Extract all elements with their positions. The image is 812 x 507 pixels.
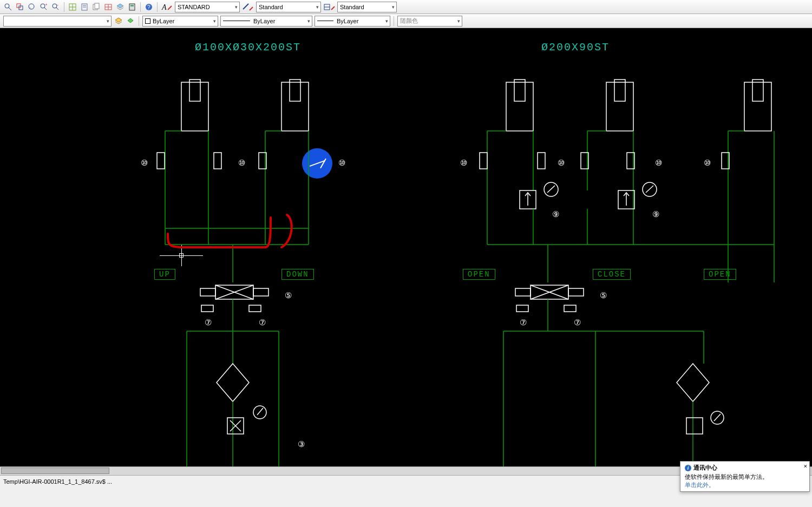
- separator: [64, 2, 64, 12]
- svg-rect-45: [744, 82, 771, 131]
- svg-rect-37: [201, 305, 213, 312]
- layer-combo-left[interactable]: [3, 16, 112, 27]
- pan-icon[interactable]: -: [50, 2, 61, 12]
- svg-rect-42: [514, 80, 525, 101]
- svg-rect-30: [189, 80, 200, 101]
- svg-rect-22: [129, 4, 135, 10]
- tool-sheet-icon[interactable]: [79, 2, 90, 12]
- svg-text:-: -: [57, 3, 58, 8]
- svg-rect-38: [249, 305, 261, 312]
- notification-popup: × i 通讯中心 使软件保持最新的最简单方法。 单击此外。: [680, 461, 810, 492]
- lineweight-combo[interactable]: ByLayer: [315, 16, 390, 27]
- dim-style-value: Standard: [259, 4, 283, 10]
- zoom-realtime-icon[interactable]: [3, 2, 14, 12]
- linetype-preview: [223, 21, 250, 21]
- svg-rect-29: [181, 82, 208, 131]
- tool-calc-icon[interactable]: [127, 2, 137, 12]
- svg-rect-57: [516, 305, 528, 312]
- svg-text:?: ?: [147, 4, 150, 10]
- close-icon[interactable]: ×: [803, 463, 807, 470]
- schematic-svg: [0, 28, 812, 466]
- notification-line-1: 使软件保持最新的最简单方法。: [685, 473, 805, 481]
- svg-line-6: [44, 8, 47, 10]
- separator: [139, 16, 139, 26]
- text-style-value: STANDARD: [178, 4, 210, 10]
- layer-value: ByLayer: [153, 18, 174, 24]
- svg-rect-18: [95, 3, 99, 9]
- plotcolor-combo[interactable]: 随颜色: [397, 16, 462, 27]
- zoom-window-icon[interactable]: [15, 2, 25, 12]
- svg-rect-33: [157, 153, 165, 169]
- plotcolor-value: 随颜色: [400, 17, 418, 25]
- help-icon[interactable]: ?: [143, 2, 154, 12]
- linetype-value: ByLayer: [253, 18, 275, 24]
- layer-state-icon[interactable]: [125, 16, 136, 27]
- table-style-value: Standard: [340, 4, 364, 10]
- lineweight-preview: [317, 21, 333, 21]
- toolbar-row-2: ByLayer ByLayer ByLayer 随颜色: [0, 14, 812, 28]
- zoom-extents-icon[interactable]: +: [38, 2, 49, 12]
- layer-spacer: [6, 18, 8, 24]
- text-style-icon[interactable]: A: [160, 2, 173, 12]
- dim-style-icon[interactable]: [241, 2, 254, 12]
- info-icon: i: [685, 465, 691, 471]
- status-path: Temp\HGI-AIR-0001R1_1_1_8467.sv$ ...: [3, 478, 112, 485]
- zoom-previous-icon[interactable]: [27, 2, 37, 12]
- svg-rect-46: [752, 80, 763, 101]
- table-style-icon[interactable]: [323, 2, 336, 12]
- layer-combo[interactable]: ByLayer: [142, 16, 218, 27]
- svg-text:+: +: [45, 3, 48, 7]
- tool-table-icon[interactable]: [103, 2, 114, 12]
- svg-rect-48: [538, 153, 545, 169]
- svg-rect-43: [606, 82, 633, 131]
- svg-line-9: [56, 8, 58, 10]
- text-style-combo[interactable]: STANDARD: [175, 2, 240, 12]
- separator: [394, 16, 394, 26]
- tool-grid-icon[interactable]: [67, 2, 78, 12]
- table-style-combo[interactable]: Standard: [337, 2, 397, 12]
- svg-point-0: [5, 4, 9, 8]
- color-swatch: [145, 18, 150, 24]
- svg-rect-58: [564, 305, 576, 312]
- layers-panel-icon[interactable]: [113, 16, 124, 27]
- linetype-combo[interactable]: ByLayer: [220, 16, 312, 27]
- lineweight-value: ByLayer: [337, 18, 358, 24]
- scroll-thumb[interactable]: [1, 468, 109, 474]
- svg-rect-34: [214, 153, 221, 169]
- svg-rect-44: [614, 80, 625, 101]
- separator: [140, 2, 141, 12]
- svg-text:A: A: [161, 3, 167, 11]
- tool-batch-icon[interactable]: [91, 2, 102, 12]
- drawing-canvas[interactable]: Ø100XØ30X200ST Ø200X90ST ⑩ ⑩ ⑩ ⑤ ⑦ ⑦ ③ ⑩…: [0, 28, 812, 466]
- notification-title: 通讯中心: [693, 464, 717, 472]
- dim-style-combo[interactable]: Standard: [256, 2, 321, 12]
- svg-point-5: [41, 4, 45, 8]
- toolbar-row-1: + - ? A STANDARD Standard Standard: [0, 0, 812, 14]
- tool-layers-icon[interactable]: [115, 2, 126, 12]
- svg-rect-32: [290, 80, 300, 101]
- separator: [157, 2, 158, 12]
- svg-rect-31: [281, 82, 309, 131]
- svg-rect-23: [130, 5, 134, 6]
- svg-point-8: [53, 4, 57, 8]
- notification-link[interactable]: 单击此外。: [685, 481, 805, 489]
- svg-rect-41: [506, 82, 533, 131]
- svg-rect-47: [480, 153, 487, 169]
- notification-title-row: i 通讯中心: [685, 464, 805, 472]
- svg-rect-59: [686, 418, 703, 434]
- svg-line-1: [9, 8, 11, 10]
